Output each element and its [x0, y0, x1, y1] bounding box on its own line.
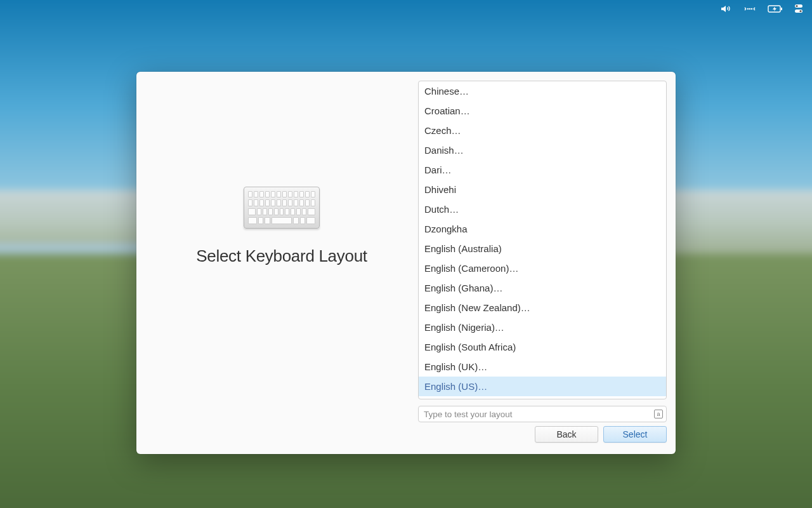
network-icon[interactable]: [743, 4, 756, 13]
layout-item[interactable]: Dhivehi: [419, 180, 666, 199]
back-button[interactable]: Back: [535, 426, 598, 443]
svg-point-2: [751, 8, 752, 10]
dialog-title: Select Keyboard Layout: [196, 246, 367, 266]
layout-item[interactable]: English (New Zealand)…: [419, 298, 666, 318]
desktop: Select Keyboard Layout Chinese…Croatian……: [0, 0, 812, 508]
keyboard-layout-list[interactable]: Chinese…Croatian…Czech…Danish…Dari…Dhive…: [418, 81, 667, 399]
layout-item[interactable]: Croatian…: [419, 101, 666, 121]
layout-item[interactable]: English (US)…: [419, 377, 666, 396]
layout-item[interactable]: Dari…: [419, 160, 666, 180]
layout-item[interactable]: English (Australia): [419, 239, 666, 258]
layout-item[interactable]: Dutch…: [419, 199, 666, 219]
svg-point-7: [796, 5, 797, 7]
layout-item[interactable]: English (Cameroon)…: [419, 258, 666, 278]
top-panel: [712, 0, 812, 18]
layout-item[interactable]: English (South Africa): [419, 337, 666, 357]
layout-item[interactable]: Danish…: [419, 140, 666, 160]
right-pane: Chinese…Croatian…Czech…Danish…Dari…Dhive…: [418, 81, 667, 422]
button-bar: Back Select: [136, 422, 676, 454]
layout-item[interactable]: Chinese…: [419, 81, 666, 101]
input-method-icon: a: [654, 410, 663, 418]
keyboard-icon: [244, 187, 320, 229]
battery-charging-icon[interactable]: [768, 4, 783, 13]
layout-item[interactable]: English (UK)…: [419, 357, 666, 377]
layout-item[interactable]: Dzongkha: [419, 219, 666, 239]
keyboard-layout-dialog: Select Keyboard Layout Chinese…Croatian……: [136, 72, 676, 454]
left-pane: Select Keyboard Layout: [145, 81, 418, 422]
layout-item[interactable]: English (Nigeria)…: [419, 318, 666, 337]
layout-item[interactable]: English (Ghana)…: [419, 278, 666, 298]
svg-point-8: [799, 10, 801, 12]
svg-point-0: [747, 8, 749, 10]
accessibility-icon[interactable]: [794, 4, 803, 14]
select-button[interactable]: Select: [603, 426, 667, 443]
svg-point-1: [749, 8, 750, 10]
volume-icon[interactable]: [721, 4, 732, 13]
test-input-row: a: [418, 406, 667, 422]
test-layout-input[interactable]: [418, 406, 667, 422]
layout-item[interactable]: Czech…: [419, 121, 666, 140]
svg-rect-4: [781, 8, 782, 10]
